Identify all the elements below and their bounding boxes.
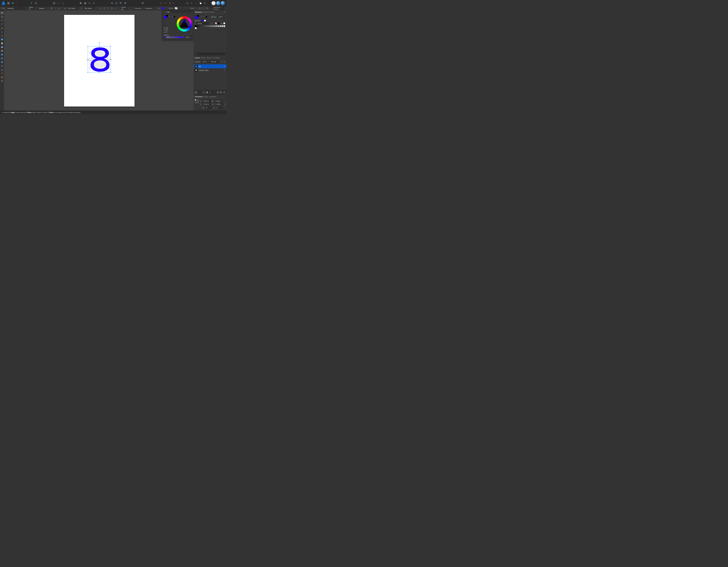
swatch[interactable] xyxy=(221,25,223,27)
swatches-fill-stroke[interactable] xyxy=(195,15,199,19)
text-tool[interactable]: A xyxy=(0,68,4,71)
swatch[interactable] xyxy=(205,25,207,27)
shear-input[interactable]: 0 ° xyxy=(216,107,223,109)
node-tool[interactable] xyxy=(0,19,4,22)
hide-selection-icon[interactable] xyxy=(206,7,209,10)
align-center-icon[interactable] xyxy=(103,7,106,10)
ellipse-tool[interactable] xyxy=(0,57,4,60)
swatch[interactable] xyxy=(223,22,225,24)
snap-menu-icon[interactable] xyxy=(168,1,172,5)
link-icon[interactable] xyxy=(11,1,15,5)
flip-h-icon[interactable] xyxy=(110,1,114,5)
w-input[interactable]: 2.636 in xyxy=(215,100,223,102)
lock-children-icon[interactable] xyxy=(164,1,168,5)
align-right-icon[interactable] xyxy=(107,7,109,10)
font-size-dropdown[interactable]: 249.8 pt xyxy=(28,7,37,10)
layers-opacity-dropdown[interactable]: 100 % xyxy=(202,60,209,63)
gear-icon[interactable] xyxy=(220,61,222,63)
swatch[interactable] xyxy=(215,25,217,27)
persona-pixel-icon[interactable] xyxy=(216,1,220,5)
tab-navigator[interactable]: Navigator xyxy=(209,96,216,98)
align-left-icon[interactable] xyxy=(99,7,102,10)
boolean-xor-icon[interactable] xyxy=(198,1,203,5)
swatch[interactable] xyxy=(199,25,201,27)
add-layer-icon[interactable] xyxy=(217,91,219,94)
brush-tool[interactable] xyxy=(0,34,4,37)
align-justify-icon[interactable] xyxy=(111,7,113,10)
clip-icon[interactable] xyxy=(202,91,205,94)
resize-handle-tr[interactable] xyxy=(110,46,111,47)
adjust-icon[interactable] xyxy=(206,91,208,94)
rounded-rect-tool[interactable] xyxy=(0,60,4,64)
layer-visibility-checkbox[interactable]: ✓ xyxy=(223,69,226,71)
eyedropper-icon[interactable] xyxy=(171,16,173,18)
move-forward-icon[interactable] xyxy=(83,1,87,5)
blend-mode-dropdown[interactable]: Normal xyxy=(210,60,219,63)
pencil-tool[interactable] xyxy=(0,30,4,34)
swatch[interactable] xyxy=(221,22,222,24)
star-tool[interactable] xyxy=(0,64,4,68)
persona-export-icon[interactable] xyxy=(221,1,225,5)
transform-origin-icon[interactable] xyxy=(199,7,201,10)
color-wheel[interactable] xyxy=(176,15,192,33)
snap-dropdown-icon[interactable]: ▾ xyxy=(172,1,174,5)
resize-handle-br[interactable] xyxy=(110,72,111,73)
recent-swatch[interactable] xyxy=(201,20,203,22)
mask-icon[interactable] xyxy=(195,91,197,94)
anchor-point-grid[interactable] xyxy=(195,99,199,103)
y-input[interactable]: 3.753 in xyxy=(202,103,211,105)
panel-menu-icon[interactable]: ≡ xyxy=(224,11,225,13)
link-wh-icon[interactable] xyxy=(224,102,226,107)
transparency-tool[interactable] xyxy=(0,42,4,45)
boolean-add-icon[interactable] xyxy=(185,1,189,5)
swatch-none[interactable] xyxy=(215,22,217,24)
h-input[interactable]: 3.138 in xyxy=(215,103,223,105)
resize-handle-tm[interactable] xyxy=(99,46,100,47)
swatch[interactable] xyxy=(217,25,219,27)
swatch[interactable] xyxy=(218,22,220,24)
last-color-icon[interactable] xyxy=(206,16,207,18)
fill-swatch[interactable] xyxy=(162,7,164,9)
tab-stroke[interactable]: Stroke xyxy=(203,11,208,13)
resize-handle-tl[interactable] xyxy=(87,46,88,47)
swatch[interactable] xyxy=(223,25,225,27)
align-left-icon[interactable] xyxy=(141,1,145,5)
stroke-swatch[interactable] xyxy=(175,7,177,9)
hand-tool[interactable] xyxy=(0,76,4,79)
move-tool[interactable] xyxy=(0,11,4,15)
sync-icon[interactable] xyxy=(30,1,34,5)
stroke-width-slider[interactable] xyxy=(179,8,189,9)
persona-switch-icon[interactable] xyxy=(6,1,10,5)
resize-handle-mr[interactable] xyxy=(110,59,111,60)
tab-brushes[interactable]: Brushes xyxy=(209,11,214,13)
rect-tool[interactable] xyxy=(0,53,4,56)
resize-handle-ml[interactable] xyxy=(87,59,88,60)
swatch[interactable] xyxy=(201,25,203,27)
pen-tool[interactable] xyxy=(0,26,4,30)
color-fill-stroke-picker[interactable] xyxy=(164,15,168,19)
delete-layer-icon[interactable] xyxy=(223,91,226,94)
snap-grid-icon[interactable] xyxy=(52,1,56,5)
paragraph-panel-button[interactable]: Paragraph xyxy=(144,7,153,10)
corner-tool[interactable] xyxy=(0,23,4,26)
layer-visibility-checkbox[interactable]: ✓ xyxy=(223,65,226,67)
tab-effects[interactable]: Effects xyxy=(201,57,206,59)
recent-swatch[interactable] xyxy=(204,20,206,22)
layer-item-star[interactable]: (Square Star) ✓ xyxy=(194,68,226,72)
bold-button[interactable]: B xyxy=(51,7,53,10)
tab-swatches[interactable]: Swatches xyxy=(195,11,202,13)
swatch[interactable] xyxy=(195,25,197,27)
cycle-select-icon[interactable] xyxy=(202,7,205,10)
character-panel-button[interactable]: Character xyxy=(133,7,143,10)
boolean-sub-icon[interactable] xyxy=(190,1,194,5)
persona-designer-icon[interactable] xyxy=(212,1,216,5)
snap-toggle-icon[interactable] xyxy=(159,1,163,5)
char-style-dropdown[interactable]: [No Style] xyxy=(67,7,79,10)
panel-menu-icon[interactable]: ≡ xyxy=(192,11,193,13)
lock-icon[interactable] xyxy=(223,61,225,63)
resize-handle-bm[interactable] xyxy=(99,72,100,73)
swatch[interactable] xyxy=(219,25,221,27)
swatch[interactable] xyxy=(195,27,197,29)
boolean-div-icon[interactable] xyxy=(203,1,207,5)
zoom-tool[interactable] xyxy=(0,79,4,83)
